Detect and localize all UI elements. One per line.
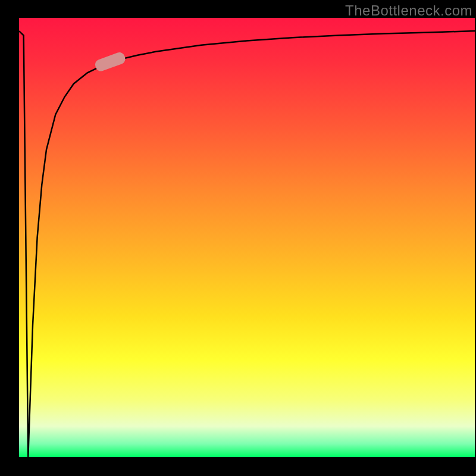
curve-marker [93,51,127,73]
chart-stage: TheBottleneck.com [0,0,476,476]
attribution-label: TheBottleneck.com [345,2,472,19]
bottleneck-curve [19,31,475,457]
curve-layer [19,18,475,457]
